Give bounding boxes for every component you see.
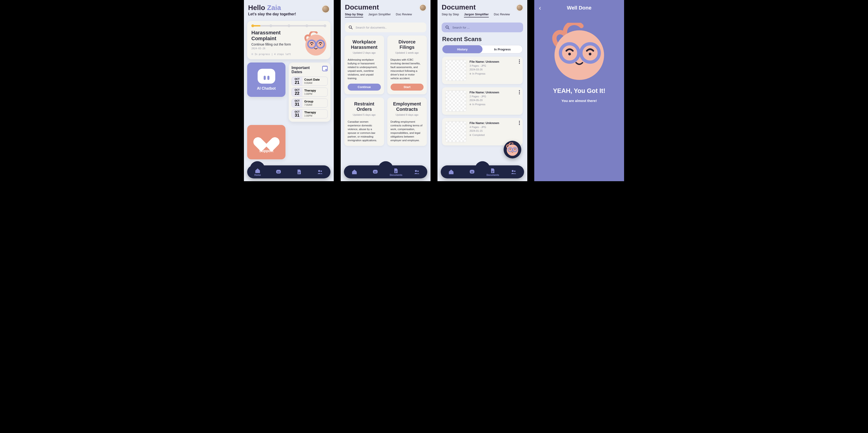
- doc-card-updated: Updated 2 days ago: [348, 51, 381, 54]
- search-icon: [349, 25, 353, 29]
- search-icon: [445, 25, 450, 29]
- search-placeholder: Search for documents..: [355, 26, 386, 29]
- date-badge: OCT31: [292, 110, 302, 118]
- document-card[interactable]: DivorceFilings Updated 1 week ago Disput…: [388, 35, 427, 94]
- celebration-sub: You are almost there!: [534, 99, 624, 103]
- scan-meta: 3 Pages - JPG: [469, 64, 499, 67]
- tab-step-by-step[interactable]: Step by Step: [442, 12, 459, 18]
- nav-chat[interactable]: [368, 169, 382, 175]
- doc-card-desc: Drafting employment contracts outlining …: [391, 120, 424, 142]
- mascot-fab[interactable]: [504, 141, 521, 158]
- nav-chat[interactable]: [272, 169, 285, 175]
- nav-community[interactable]: [410, 169, 424, 175]
- card-title-l2: Complaint: [251, 35, 276, 41]
- date-badge: OCT22: [292, 88, 302, 96]
- well-done-screen: ‹ Well Done YEAH, You Got It! You are al…: [534, 0, 624, 181]
- nav-community[interactable]: [507, 169, 521, 175]
- avatar[interactable]: [516, 4, 523, 11]
- segment-in-progress[interactable]: In Progress: [483, 45, 523, 53]
- document-jargon-screen: Document Step by Step Jargon Simplifier …: [437, 0, 527, 181]
- document-card[interactable]: WorkplaceHarassment Updated 2 days ago A…: [344, 35, 384, 94]
- more-icon[interactable]: [519, 90, 520, 94]
- scan-thumbnail: [445, 60, 466, 81]
- progress-card[interactable]: HarassmentComplaint Continue filling out…: [247, 21, 331, 59]
- doc-card-title: EmploymentContracts: [391, 101, 424, 112]
- nav-home[interactable]: [347, 169, 361, 175]
- date-time: 9:00AM: [304, 82, 312, 84]
- document-card[interactable]: EmploymentContracts Updated 8 days ago D…: [388, 97, 427, 146]
- date-title: Therapy: [304, 89, 326, 92]
- tab-jargon-simplifier[interactable]: Jargon Simplifier: [368, 12, 391, 18]
- nav-home[interactable]: Home: [251, 168, 265, 176]
- home-screen: Hello Zaia Let's slay the day together! …: [244, 0, 334, 181]
- search-input[interactable]: Search for ...: [442, 23, 523, 32]
- scan-thumbnail: [445, 121, 466, 142]
- scan-date: 2024-03-26: [469, 68, 499, 71]
- date-badge: OCT31: [292, 99, 302, 107]
- date-row[interactable]: OCT31 Therapy1:00PM: [291, 109, 328, 118]
- nav-chat[interactable]: [465, 169, 479, 175]
- page-title: Document: [345, 3, 426, 11]
- more-icon[interactable]: [519, 121, 520, 125]
- date-time: 1:00PM: [304, 115, 312, 117]
- date-badge: OCT21: [292, 77, 302, 85]
- date-row[interactable]: OCT31 Group7:00AM: [291, 98, 328, 108]
- back-button[interactable]: ‹: [539, 4, 541, 11]
- scan-filename: File Name: Unknown: [469, 60, 499, 63]
- scan-date: 2024-01-15: [469, 129, 499, 132]
- doc-card-updated: Updated 1 week ago: [391, 51, 424, 54]
- nav-doc-label: Documents: [389, 174, 403, 176]
- segment-control: History In Progress: [442, 45, 523, 53]
- ai-chatbot-tile[interactable]: AI Chatbot: [247, 62, 285, 97]
- celebration-headline: YEAH, You Got It!: [534, 87, 624, 94]
- avatar[interactable]: [322, 5, 330, 13]
- doc-card-title: DivorceFilings: [391, 39, 424, 50]
- scan-thumbnail: [445, 91, 466, 112]
- scan-card[interactable]: File Name: Unknown 3 Pages - JPG 2024-03…: [442, 57, 523, 84]
- doc-card-desc: Addressing workplace bullying or harassm…: [348, 58, 381, 80]
- nav-doc-label: Documents: [486, 174, 500, 176]
- doc-card-desc: Disputes with ICBC involving denied bene…: [391, 58, 424, 80]
- card-title-l1: Harassment: [251, 30, 281, 35]
- nav-documents[interactable]: Documents: [486, 168, 500, 176]
- nav-home[interactable]: [444, 169, 458, 175]
- scan-meta: 4 Pages - JPG: [469, 126, 499, 128]
- search-placeholder: Search for ...: [452, 26, 469, 29]
- more-icon[interactable]: [519, 59, 520, 64]
- heart-icon: +: [258, 131, 275, 147]
- doc-card-updated: Updated 8 days ago: [391, 113, 424, 116]
- calendar-icon[interactable]: [322, 66, 328, 71]
- bottom-nav: Home: [247, 165, 331, 178]
- date-title: Therapy: [304, 111, 326, 114]
- date-row[interactable]: OCT22 Therapy1:00PM: [291, 88, 328, 97]
- start-button[interactable]: Start: [391, 84, 424, 91]
- support-tile[interactable]: + Support: [247, 125, 285, 160]
- document-card[interactable]: RestraintOrders Updated 5 days ago Canad…: [344, 97, 384, 146]
- tab-doc-review[interactable]: Doc Review: [494, 12, 510, 18]
- search-input[interactable]: Search for documents..: [345, 23, 426, 32]
- doc-card-title: RestraintOrders: [348, 101, 381, 112]
- date-row[interactable]: OCT21 Court Date9:00AM: [291, 77, 328, 86]
- tab-jargon-simplifier[interactable]: Jargon Simplifier: [464, 12, 489, 18]
- scan-date: 2024-05-20: [469, 99, 499, 102]
- date-time: 1:00PM: [304, 93, 312, 95]
- document-step-screen: Document Step by Step Jargon Simplifier …: [341, 0, 431, 181]
- dates-title: ImportantDates: [291, 65, 310, 74]
- continue-button[interactable]: Continue: [348, 84, 381, 91]
- page-title: Well Done: [534, 5, 624, 11]
- scan-filename: File Name: Unknown: [469, 121, 499, 125]
- tab-step-by-step[interactable]: Step by Step: [345, 12, 363, 18]
- nav-documents[interactable]: [292, 169, 306, 175]
- bottom-nav: Documents: [344, 165, 427, 178]
- avatar[interactable]: [420, 4, 426, 11]
- nav-home-label: Home: [251, 174, 265, 176]
- tab-doc-review[interactable]: Doc Review: [396, 12, 412, 18]
- important-dates-panel: ImportantDates OCT21 Court Date9:00AM OC…: [289, 62, 331, 122]
- doc-card-updated: Updated 5 days ago: [348, 113, 381, 116]
- scan-status: Completed: [469, 134, 499, 136]
- doc-card-title: WorkplaceHarassment: [348, 39, 381, 50]
- scan-card[interactable]: File Name: Unknown 2 Pages - JPG 2024-05…: [442, 87, 523, 115]
- nav-community[interactable]: [313, 169, 327, 175]
- nav-documents[interactable]: Documents: [389, 168, 403, 176]
- segment-history[interactable]: History: [442, 45, 483, 53]
